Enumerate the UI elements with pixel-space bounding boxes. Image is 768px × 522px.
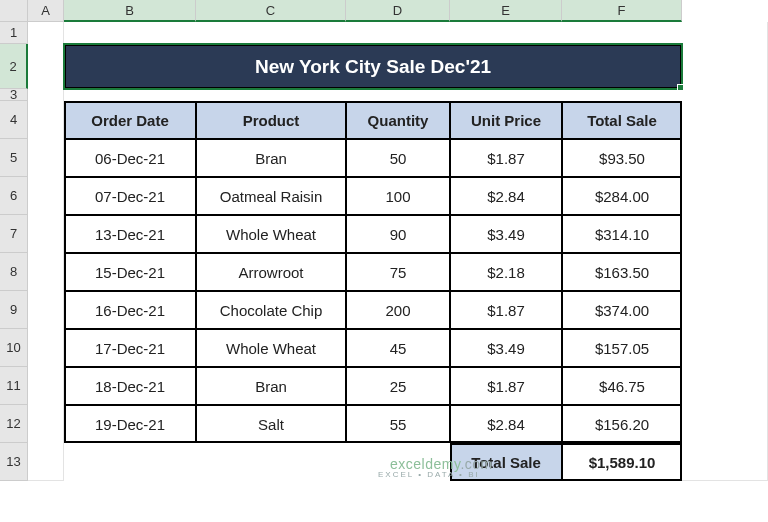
cell-product[interactable]: Oatmeal Raisin (196, 177, 346, 215)
cell-date[interactable]: 17-Dec-21 (64, 329, 196, 367)
cell-price[interactable]: $2.84 (450, 177, 562, 215)
cell-total[interactable]: $314.10 (562, 215, 682, 253)
cell-date[interactable]: 06-Dec-21 (64, 139, 196, 177)
row-header[interactable]: 12 (0, 405, 28, 443)
cell-qty[interactable]: 75 (346, 253, 450, 291)
cell-price[interactable]: $1.87 (450, 291, 562, 329)
header-order-date[interactable]: Order Date (64, 101, 196, 139)
row-header[interactable]: 6 (0, 177, 28, 215)
cell-date[interactable]: 07-Dec-21 (64, 177, 196, 215)
cell-total[interactable]: $374.00 (562, 291, 682, 329)
cell-price[interactable]: $1.87 (450, 367, 562, 405)
header-unit-price[interactable]: Unit Price (450, 101, 562, 139)
header-total-sale[interactable]: Total Sale (562, 101, 682, 139)
cell-price[interactable]: $2.18 (450, 253, 562, 291)
title-cell[interactable]: New York City Sale Dec'21 (64, 44, 682, 89)
selection-handle[interactable] (677, 84, 684, 91)
row-header[interactable]: 1 (0, 22, 28, 44)
cell-date[interactable]: 18-Dec-21 (64, 367, 196, 405)
cell-price[interactable]: $3.49 (450, 329, 562, 367)
row-header[interactable]: 2 (0, 44, 28, 89)
cell-total[interactable]: $284.00 (562, 177, 682, 215)
cell-date[interactable]: 15-Dec-21 (64, 253, 196, 291)
cell-qty[interactable]: 200 (346, 291, 450, 329)
cell-price[interactable]: $1.87 (450, 139, 562, 177)
col-header-e[interactable]: E (450, 0, 562, 22)
cell-date[interactable]: 19-Dec-21 (64, 405, 196, 443)
col-header-c[interactable]: C (196, 0, 346, 22)
row-header[interactable]: 9 (0, 291, 28, 329)
row-header[interactable]: 11 (0, 367, 28, 405)
cell-qty[interactable]: 55 (346, 405, 450, 443)
select-all-corner[interactable] (0, 0, 28, 22)
header-quantity[interactable]: Quantity (346, 101, 450, 139)
row-header[interactable]: 3 (0, 89, 28, 101)
cell-total[interactable]: $46.75 (562, 367, 682, 405)
cell-product[interactable]: Whole Wheat (196, 215, 346, 253)
cell-qty[interactable]: 90 (346, 215, 450, 253)
row-header[interactable]: 4 (0, 101, 28, 139)
cell-price[interactable]: $3.49 (450, 215, 562, 253)
header-product[interactable]: Product (196, 101, 346, 139)
cell-qty[interactable]: 45 (346, 329, 450, 367)
cell-product[interactable]: Salt (196, 405, 346, 443)
col-header-d[interactable]: D (346, 0, 450, 22)
col-header-b[interactable]: B (64, 0, 196, 22)
cell-blank[interactable] (682, 22, 768, 481)
cell-total[interactable]: $163.50 (562, 253, 682, 291)
cell-product[interactable]: Bran (196, 367, 346, 405)
cell-qty[interactable]: 50 (346, 139, 450, 177)
cell-qty[interactable]: 25 (346, 367, 450, 405)
cell-date[interactable]: 16-Dec-21 (64, 291, 196, 329)
cell-blank[interactable] (28, 22, 64, 481)
cell-date[interactable]: 13-Dec-21 (64, 215, 196, 253)
cell-total[interactable]: $156.20 (562, 405, 682, 443)
col-header-a[interactable]: A (28, 0, 64, 22)
cell-product[interactable]: Whole Wheat (196, 329, 346, 367)
watermark-sub: EXCEL • DATA • BI (378, 470, 480, 479)
cell-total[interactable]: $157.05 (562, 329, 682, 367)
cell-product[interactable]: Bran (196, 139, 346, 177)
col-header-f[interactable]: F (562, 0, 682, 22)
row-header[interactable]: 13 (0, 443, 28, 481)
cell-product[interactable]: Chocolate Chip (196, 291, 346, 329)
footer-total-value[interactable]: $1,589.10 (562, 443, 682, 481)
row-header[interactable]: 8 (0, 253, 28, 291)
row-header[interactable]: 10 (0, 329, 28, 367)
cell-qty[interactable]: 100 (346, 177, 450, 215)
row-header[interactable]: 5 (0, 139, 28, 177)
row-header[interactable]: 7 (0, 215, 28, 253)
cell-total[interactable]: $93.50 (562, 139, 682, 177)
cell-price[interactable]: $2.84 (450, 405, 562, 443)
cell-product[interactable]: Arrowroot (196, 253, 346, 291)
